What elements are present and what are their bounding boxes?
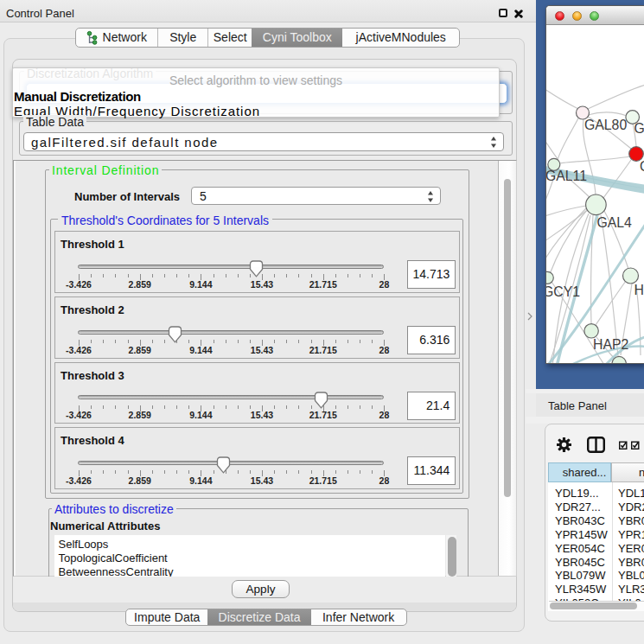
svg-text:GAL4: GAL4 [597, 215, 633, 230]
svg-text:GA: GA [634, 121, 644, 136]
svg-text:HAP2: HAP2 [593, 337, 628, 352]
svg-text:GAL11: GAL11 [546, 169, 587, 183]
svg-text:H: H [634, 283, 644, 297]
svg-text:GAL80: GAL80 [584, 118, 627, 132]
svg-text:GCY1: GCY1 [546, 284, 580, 299]
svg-text:C: C [640, 159, 644, 174]
